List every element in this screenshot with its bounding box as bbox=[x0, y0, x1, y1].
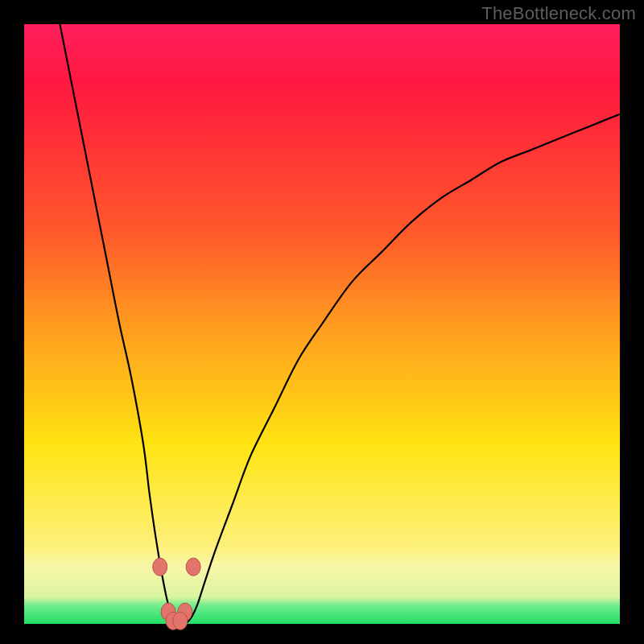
chart-frame: TheBottleneck.com bbox=[0, 0, 644, 644]
curve-bead bbox=[186, 558, 200, 576]
curve-bead bbox=[173, 612, 188, 630]
curve-bead bbox=[153, 558, 167, 576]
bottleneck-chart bbox=[0, 0, 644, 644]
watermark-text: TheBottleneck.com bbox=[481, 3, 636, 24]
